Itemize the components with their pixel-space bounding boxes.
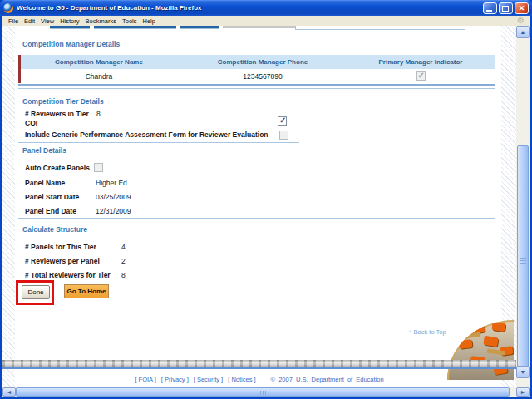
footer-link-notices[interactable]: [ Notices ] [228,376,255,383]
minimize-icon [486,10,492,12]
close-button[interactable]: ✕ [515,2,529,14]
panel-end-date-value: 12/31/2009 [96,207,131,215]
nav-tab-stub-3[interactable] [180,26,219,29]
panel-name-value: Higher Ed [96,179,127,187]
scroll-down-button[interactable]: ▼ [516,366,530,378]
menu-history[interactable]: History [60,17,79,25]
column-manager-name: Competition Manager Name [18,55,180,69]
total-reviewers-label: # Total Reviewers for Tier [25,271,111,279]
menu-tools[interactable]: Tools [122,17,137,25]
vertical-scroll-thumb[interactable] [517,145,529,374]
menu-file[interactable]: File [8,17,18,25]
table-left-accent-bar [18,55,21,83]
menu-help[interactable]: Help [143,17,155,25]
auto-create-panels-checkbox[interactable] [94,163,103,172]
column-primary-indicator: Primary Manager Indicator [346,55,495,69]
footer-link-privacy[interactable]: [ Privacy ] [161,376,189,383]
auto-create-panels-label: Auto Create Panels [25,164,90,172]
footer-link-foia[interactable]: [ FOIA ] [135,376,155,383]
section-heading-calculate: Calculate Structure [22,225,87,234]
manager-table-row: Chandra 1234567890 [18,69,495,83]
section-heading-tier: Competition Tier Details [22,97,104,106]
reviewers-per-panel-label: # Reviewers per Panel [25,257,100,265]
window-title: Welcome to G5 - Department of Education … [17,4,483,12]
include-generic-label: Include Generic Performance Assessment F… [25,131,268,139]
close-icon: ✕ [515,3,528,13]
title-bar: Welcome to G5 - Department of Education … [0,0,532,16]
total-reviewers-value: 8 [121,271,126,279]
panel-end-date-label: Panel End Date [25,207,76,215]
nav-tab-stub-2[interactable] [94,26,176,29]
done-button[interactable]: Done [22,285,50,299]
firefox-icon [3,3,13,13]
panel-start-date-value: 03/25/2009 [96,193,131,201]
scroll-up-button[interactable]: ▲ [516,26,530,38]
go-to-home-button[interactable]: Go To Home [64,284,109,298]
search-box-stub[interactable] [295,26,466,30]
scroll-left-button[interactable]: ◄ [2,387,16,397]
include-generic-checkbox[interactable] [279,131,288,140]
silver-divider-bar [2,360,516,367]
section-heading-panel: Panel Details [22,146,66,155]
menu-bar: File Edit View History Bookmarks Tools H… [2,16,530,26]
back-to-top-link[interactable]: ^ Back to Top [409,328,446,336]
footer-link-security[interactable]: [ Security ] [194,376,223,383]
maximize-button[interactable] [499,2,513,14]
section-divider-2 [18,142,299,143]
blue-divider-line [2,367,516,369]
panels-for-tier-label: # Panels for This Tier [25,243,96,251]
section-heading-manager: Competition Manager Details [22,40,120,48]
coi-label: COI [25,119,37,127]
menu-view[interactable]: View [41,17,54,25]
nav-strip-stub [223,26,295,28]
classroom-chairs-photo [447,320,514,380]
manager-phone-cell: 1234567890 [180,69,346,83]
firefox-window: Welcome to G5 - Department of Education … [0,0,532,399]
coi-checkbox[interactable] [278,116,287,126]
manager-name-cell: Chandra [18,69,180,83]
scroll-right-button[interactable]: ► [516,387,530,397]
primary-indicator-cell [346,69,495,83]
page-content: Competition Manager Details Competition … [2,26,516,387]
section-divider-3 [18,218,495,219]
menu-edit[interactable]: Edit [24,17,35,25]
section-divider-1 [18,88,495,89]
horizontal-scroll-thumb[interactable] [16,387,510,397]
reviewers-in-tier-label: # Reviewers in Tier [25,110,89,118]
panel-start-date-label: Panel Start Date [25,193,79,201]
section-divider-4 [18,283,495,283]
throbber-icon: ⚙ [517,16,525,25]
menu-bookmarks[interactable]: Bookmarks [86,17,117,25]
left-margin-stripes [2,26,15,387]
minimize-button[interactable] [483,2,497,14]
nav-tab-stub-1[interactable] [50,26,90,29]
panels-for-tier-value: 4 [121,243,126,251]
window-controls: ✕ [483,2,529,14]
reviewers-per-panel-value: 2 [121,257,126,265]
primary-manager-checkbox[interactable] [416,71,426,81]
vertical-scrollbar[interactable]: ▲ ▼ [516,26,530,387]
panel-name-label: Panel Name [25,179,65,187]
maximize-icon [502,6,509,12]
page-footer: [ FOIA ] [ Privacy ] [ Security ] [ Noti… [2,374,516,384]
column-manager-phone: Competition Manager Phone [180,55,346,69]
horizontal-scrollbar[interactable]: ◄ ► [2,387,530,397]
manager-table-header: Competition Manager Name Competition Man… [18,55,495,69]
table-bottom-divider [18,84,495,86]
reviewers-in-tier-value: 8 [96,110,101,118]
footer-copyright: © 2007 U.S. Department of Education [271,376,384,383]
